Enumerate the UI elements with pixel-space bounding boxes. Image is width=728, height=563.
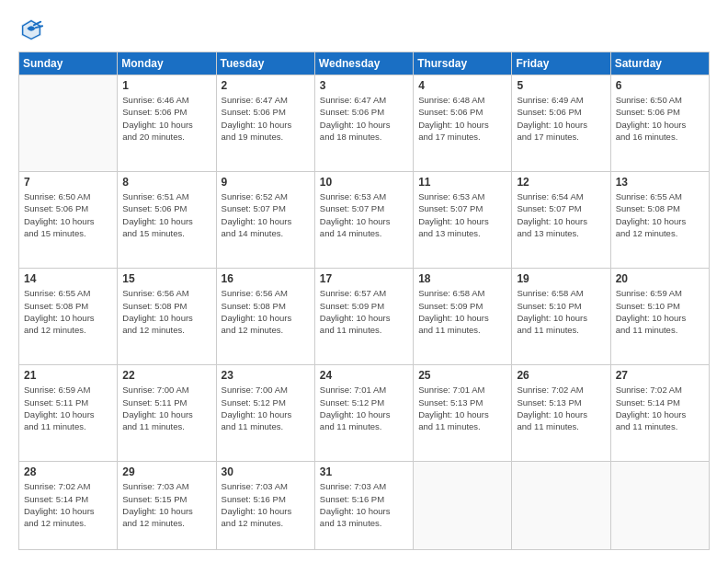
- day-number: 18: [418, 272, 506, 285]
- day-number: 15: [122, 272, 210, 285]
- day-info: Sunrise: 6:59 AM Sunset: 5:10 PM Dayligh…: [616, 287, 704, 336]
- header: [18, 17, 710, 42]
- day-number: 26: [517, 369, 605, 382]
- day-header-thursday: Thursday: [414, 52, 512, 75]
- calendar-cell: [19, 75, 118, 172]
- day-number: 9: [222, 176, 310, 189]
- day-info: Sunrise: 7:00 AM Sunset: 5:11 PM Dayligh…: [122, 384, 210, 432]
- calendar-cell: 20Sunrise: 6:59 AM Sunset: 5:10 PM Dayli…: [610, 269, 709, 365]
- day-number: 5: [517, 79, 605, 92]
- calendar-cell: 6Sunrise: 6:50 AM Sunset: 5:06 PM Daylig…: [610, 75, 709, 172]
- day-info: Sunrise: 7:01 AM Sunset: 5:12 PM Dayligh…: [320, 384, 408, 432]
- day-info: Sunrise: 6:48 AM Sunset: 5:06 PM Dayligh…: [418, 94, 506, 143]
- calendar-cell: 17Sunrise: 6:57 AM Sunset: 5:09 PM Dayli…: [314, 269, 413, 365]
- calendar-cell: 7Sunrise: 6:50 AM Sunset: 5:06 PM Daylig…: [19, 172, 118, 269]
- calendar-cell: 29Sunrise: 7:03 AM Sunset: 5:15 PM Dayli…: [118, 462, 216, 550]
- page: SundayMondayTuesdayWednesdayThursdayFrid…: [0, 0, 728, 563]
- day-number: 22: [122, 369, 210, 382]
- day-header-monday: Monday: [118, 52, 216, 75]
- day-info: Sunrise: 6:54 AM Sunset: 5:07 PM Dayligh…: [517, 190, 605, 239]
- week-row-2: 7Sunrise: 6:50 AM Sunset: 5:06 PM Daylig…: [19, 172, 710, 269]
- day-info: Sunrise: 6:46 AM Sunset: 5:06 PM Dayligh…: [122, 94, 210, 143]
- calendar-cell: 10Sunrise: 6:53 AM Sunset: 5:07 PM Dayli…: [314, 172, 413, 269]
- logo: [18, 17, 48, 42]
- day-info: Sunrise: 7:02 AM Sunset: 5:13 PM Dayligh…: [517, 384, 605, 432]
- day-number: 12: [517, 176, 605, 189]
- day-info: Sunrise: 6:58 AM Sunset: 5:09 PM Dayligh…: [418, 287, 506, 336]
- day-number: 31: [320, 465, 408, 478]
- day-info: Sunrise: 6:58 AM Sunset: 5:10 PM Dayligh…: [517, 287, 605, 336]
- day-number: 30: [222, 465, 310, 478]
- day-number: 21: [24, 369, 112, 382]
- day-header-saturday: Saturday: [610, 52, 709, 75]
- calendar-cell: 26Sunrise: 7:02 AM Sunset: 5:13 PM Dayli…: [512, 365, 610, 462]
- calendar-cell: 11Sunrise: 6:53 AM Sunset: 5:07 PM Dayli…: [414, 172, 512, 269]
- day-info: Sunrise: 6:50 AM Sunset: 5:06 PM Dayligh…: [616, 94, 704, 143]
- day-header-friday: Friday: [512, 52, 610, 75]
- calendar-cell: 15Sunrise: 6:56 AM Sunset: 5:08 PM Dayli…: [118, 269, 216, 365]
- day-header-sunday: Sunday: [19, 52, 118, 75]
- day-number: 13: [616, 176, 704, 189]
- day-header-tuesday: Tuesday: [216, 52, 314, 75]
- calendar-cell: 14Sunrise: 6:55 AM Sunset: 5:08 PM Dayli…: [19, 269, 118, 365]
- day-number: 14: [24, 272, 112, 285]
- calendar-cell: 27Sunrise: 7:02 AM Sunset: 5:14 PM Dayli…: [610, 365, 709, 462]
- day-number: 29: [122, 465, 210, 478]
- calendar-cell: 22Sunrise: 7:00 AM Sunset: 5:11 PM Dayli…: [118, 365, 216, 462]
- day-info: Sunrise: 6:57 AM Sunset: 5:09 PM Dayligh…: [320, 287, 408, 336]
- calendar-cell: 21Sunrise: 6:59 AM Sunset: 5:11 PM Dayli…: [19, 365, 118, 462]
- calendar-cell: 5Sunrise: 6:49 AM Sunset: 5:06 PM Daylig…: [512, 75, 610, 172]
- calendar-table: SundayMondayTuesdayWednesdayThursdayFrid…: [18, 52, 710, 550]
- day-info: Sunrise: 6:55 AM Sunset: 5:08 PM Dayligh…: [616, 190, 704, 239]
- calendar-cell: 28Sunrise: 7:02 AM Sunset: 5:14 PM Dayli…: [19, 462, 118, 550]
- day-info: Sunrise: 6:55 AM Sunset: 5:08 PM Dayligh…: [24, 287, 112, 336]
- day-number: 7: [24, 176, 112, 189]
- calendar-cell: 30Sunrise: 7:03 AM Sunset: 5:16 PM Dayli…: [216, 462, 314, 550]
- day-number: 27: [616, 369, 704, 382]
- calendar-cell: 1Sunrise: 6:46 AM Sunset: 5:06 PM Daylig…: [118, 75, 216, 172]
- calendar-cell: 24Sunrise: 7:01 AM Sunset: 5:12 PM Dayli…: [314, 365, 413, 462]
- day-info: Sunrise: 7:02 AM Sunset: 5:14 PM Dayligh…: [616, 384, 704, 432]
- day-info: Sunrise: 6:49 AM Sunset: 5:06 PM Dayligh…: [517, 94, 605, 143]
- day-number: 6: [616, 79, 704, 92]
- day-number: 23: [222, 369, 310, 382]
- day-info: Sunrise: 6:47 AM Sunset: 5:06 PM Dayligh…: [222, 94, 310, 143]
- calendar-cell: 2Sunrise: 6:47 AM Sunset: 5:06 PM Daylig…: [216, 75, 314, 172]
- day-number: 28: [24, 465, 112, 478]
- day-number: 20: [616, 272, 704, 285]
- day-info: Sunrise: 7:03 AM Sunset: 5:16 PM Dayligh…: [222, 480, 310, 529]
- week-row-5: 28Sunrise: 7:02 AM Sunset: 5:14 PM Dayli…: [19, 462, 710, 550]
- day-info: Sunrise: 6:56 AM Sunset: 5:08 PM Dayligh…: [222, 287, 310, 336]
- calendar-cell: [512, 462, 610, 550]
- calendar-header-row: SundayMondayTuesdayWednesdayThursdayFrid…: [19, 52, 710, 75]
- day-info: Sunrise: 6:53 AM Sunset: 5:07 PM Dayligh…: [320, 190, 408, 239]
- week-row-1: 1Sunrise: 6:46 AM Sunset: 5:06 PM Daylig…: [19, 75, 710, 172]
- calendar-cell: 31Sunrise: 7:03 AM Sunset: 5:16 PM Dayli…: [314, 462, 413, 550]
- day-number: 1: [122, 79, 210, 92]
- day-number: 4: [418, 79, 506, 92]
- day-info: Sunrise: 7:02 AM Sunset: 5:14 PM Dayligh…: [24, 480, 112, 529]
- day-number: 8: [122, 176, 210, 189]
- day-number: 10: [320, 176, 408, 189]
- day-info: Sunrise: 6:47 AM Sunset: 5:06 PM Dayligh…: [320, 94, 408, 143]
- day-number: 25: [418, 369, 506, 382]
- calendar-cell: 23Sunrise: 7:00 AM Sunset: 5:12 PM Dayli…: [216, 365, 314, 462]
- day-header-wednesday: Wednesday: [314, 52, 413, 75]
- day-number: 24: [320, 369, 408, 382]
- day-info: Sunrise: 6:53 AM Sunset: 5:07 PM Dayligh…: [418, 190, 506, 239]
- day-number: 19: [517, 272, 605, 285]
- calendar-cell: 25Sunrise: 7:01 AM Sunset: 5:13 PM Dayli…: [414, 365, 512, 462]
- day-number: 11: [418, 176, 506, 189]
- day-number: 17: [320, 272, 408, 285]
- day-info: Sunrise: 6:52 AM Sunset: 5:07 PM Dayligh…: [222, 190, 310, 239]
- day-number: 3: [320, 79, 408, 92]
- day-info: Sunrise: 7:01 AM Sunset: 5:13 PM Dayligh…: [418, 384, 506, 432]
- calendar-cell: 4Sunrise: 6:48 AM Sunset: 5:06 PM Daylig…: [414, 75, 512, 172]
- logo-icon: [18, 17, 44, 42]
- week-row-3: 14Sunrise: 6:55 AM Sunset: 5:08 PM Dayli…: [19, 269, 710, 365]
- calendar-cell: 19Sunrise: 6:58 AM Sunset: 5:10 PM Dayli…: [512, 269, 610, 365]
- calendar-cell: 18Sunrise: 6:58 AM Sunset: 5:09 PM Dayli…: [414, 269, 512, 365]
- day-info: Sunrise: 7:03 AM Sunset: 5:15 PM Dayligh…: [122, 480, 210, 529]
- day-number: 2: [222, 79, 310, 92]
- day-info: Sunrise: 7:00 AM Sunset: 5:12 PM Dayligh…: [222, 384, 310, 432]
